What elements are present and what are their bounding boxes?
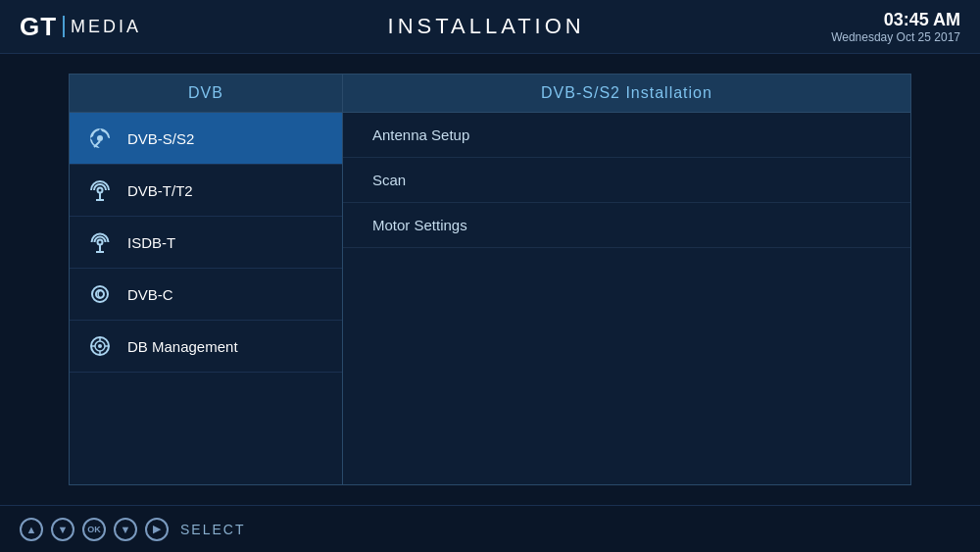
sidebar-item-dvbt2[interactable]: DVB-T/T2 <box>70 165 342 217</box>
antenna2-icon <box>84 226 116 258</box>
sidebar-label-dvbt2: DVB-T/T2 <box>127 182 193 199</box>
cable-icon: C <box>84 278 116 310</box>
svg-point-2 <box>98 188 103 193</box>
down-button[interactable]: ▼ <box>51 518 74 541</box>
left-panel-heading: DVB <box>70 75 342 113</box>
sidebar-item-dvbc[interactable]: C DVB-C <box>70 269 342 321</box>
up-icon: ▲ <box>20 518 43 541</box>
header: GT MEDIA INSTALLATION 03:45 AM Wednesday… <box>0 0 980 54</box>
sidebar-item-dbmanagement[interactable]: DB Management <box>70 321 342 373</box>
clock-date: Wednesday Oct 25 2017 <box>831 30 960 44</box>
menu-item-antenna-setup[interactable]: Antenna Setup <box>343 113 910 158</box>
page-title: INSTALLATION <box>388 14 585 39</box>
menu-item-motor-settings[interactable]: Motor Settings <box>343 203 910 248</box>
logo-gt: GT <box>20 12 57 42</box>
clock-time: 03:45 AM <box>831 10 960 30</box>
antenna-setup-label: Antenna Setup <box>372 126 469 143</box>
antenna-icon <box>84 175 116 206</box>
nav-down-icon: ▼ <box>114 518 137 541</box>
right-panel-heading: DVB-S/S2 Installation <box>343 75 910 113</box>
logo-divider <box>63 16 65 37</box>
sidebar-label-isdbt: ISDB-T <box>127 234 175 251</box>
db-icon <box>84 330 116 362</box>
up-button[interactable]: ▲ <box>20 518 43 541</box>
svg-point-13 <box>98 344 102 348</box>
select-label: SELECT <box>180 522 245 537</box>
ok-icon: OK <box>82 518 106 541</box>
nav-right-button[interactable]: ▶ <box>145 518 169 541</box>
footer: ▲ ▼ OK ▼ ▶ SELECT <box>0 505 980 552</box>
clock: 03:45 AM Wednesday Oct 25 2017 <box>831 10 960 44</box>
sidebar-item-isdbt[interactable]: ISDB-T <box>70 217 342 269</box>
sidebar-label-dvbs2: DVB-S/S2 <box>127 130 194 147</box>
svg-text:C: C <box>97 289 104 300</box>
motor-settings-label: Motor Settings <box>372 217 467 233</box>
svg-point-5 <box>98 240 103 245</box>
ok-button[interactable]: OK <box>82 518 106 541</box>
sidebar-item-dvbs2[interactable]: DVB-S/S2 <box>70 113 342 165</box>
sidebar-label-dbmanagement: DB Management <box>127 338 238 355</box>
svg-point-0 <box>97 135 103 141</box>
logo: GT MEDIA <box>20 12 141 42</box>
left-panel: DVB DVB-S/S2 <box>69 74 343 485</box>
nav-down-button[interactable]: ▼ <box>114 518 137 541</box>
right-panel: DVB-S/S2 Installation Antenna Setup Scan… <box>343 74 911 485</box>
nav-right-icon: ▶ <box>145 518 169 541</box>
main-content: DVB DVB-S/S2 <box>0 54 980 505</box>
sidebar-label-dvbc: DVB-C <box>127 286 173 303</box>
down-icon: ▼ <box>51 518 74 541</box>
logo-media: MEDIA <box>71 17 141 37</box>
satellite-icon <box>84 123 116 154</box>
menu-item-scan[interactable]: Scan <box>343 158 910 203</box>
scan-label: Scan <box>372 172 406 188</box>
